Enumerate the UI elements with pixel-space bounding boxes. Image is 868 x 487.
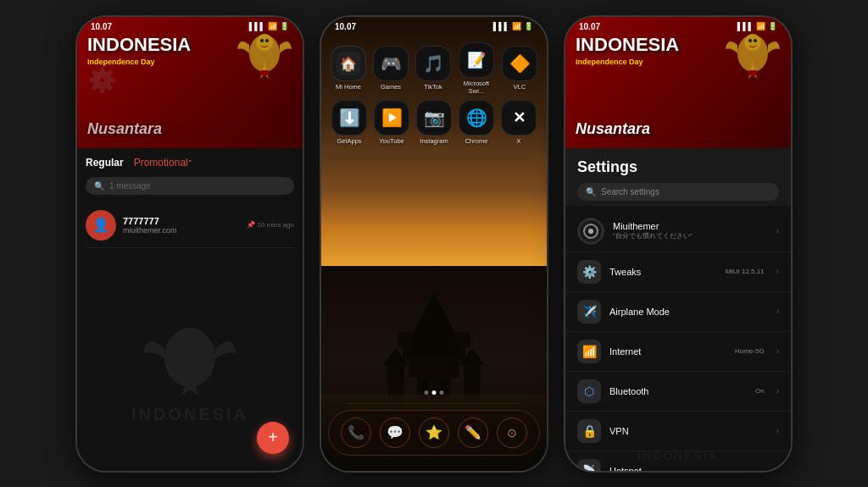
app-chrome[interactable]: 🌐 Chrome <box>459 100 494 145</box>
status-icons-1: ▌▌▌ 📶 🔋 <box>249 22 289 30</box>
settings-item-miuithemer[interactable]: Miuithemer "自分でも慣れてください" › <box>565 211 791 252</box>
svg-point-29 <box>588 229 593 234</box>
app-youtube[interactable]: ▶️ YouTube <box>374 100 409 145</box>
tab-promotional[interactable]: Promotional <box>134 157 192 169</box>
settings-list: Miuithemer "自分でも慣れてください" › ⚙️ Tweaks MIU… <box>565 206 791 471</box>
status-bar-3: 10.07 ▌▌▌ 📶 🔋 <box>565 17 791 33</box>
svg-point-3 <box>265 39 269 42</box>
message-tabs: Regular Promotional <box>86 157 294 169</box>
message-info: 7777777 miuithemer.com <box>123 216 240 235</box>
status-icons-3: ▌▌▌ 📶 🔋 <box>737 22 777 30</box>
svg-text:🏠: 🏠 <box>340 56 357 72</box>
signal-icon: ▌▌▌ <box>249 22 265 30</box>
status-bar-2: 10.07 ▌▌▌ 📶 🔋 <box>321 17 547 33</box>
miuithemer-name: Miuithemer <box>613 221 768 231</box>
phone1-subtitle: Independence Day <box>87 58 155 66</box>
tweaks-text: Tweaks <box>609 267 717 277</box>
svg-point-2 <box>260 39 264 42</box>
message-search[interactable]: 🔍 1 message <box>86 177 294 195</box>
settings-item-airplane[interactable]: ✈️ Airplane Mode › <box>565 292 791 332</box>
vpn-text: VPN <box>609 426 768 436</box>
dock-appvault[interactable]: ⭐ <box>419 418 449 448</box>
wifi-icon-2: 📶 <box>512 22 521 30</box>
app-x[interactable]: ✕ X <box>501 100 537 145</box>
temple-silhouette <box>379 289 489 407</box>
battery-icon-3: 🔋 <box>768 22 777 30</box>
settings-title-bar: Settings 🔍 Search settings <box>565 148 791 206</box>
settings-item-hotspot[interactable]: 📡 Hotspot › <box>565 451 791 471</box>
app-vlc[interactable]: 🔶 VLC <box>502 46 537 91</box>
dock-notes[interactable]: ✏️ <box>458 418 488 448</box>
airplane-icon: ✈️ <box>577 300 601 324</box>
status-time-2: 10.07 <box>335 22 356 31</box>
eagle-icon-3 <box>719 24 787 91</box>
hotspot-text: Hotspot <box>609 466 768 471</box>
svg-point-25 <box>754 39 757 42</box>
phone3-title: INDONESIA <box>576 36 679 54</box>
wifi-icon: 📶 <box>268 22 277 30</box>
status-time-1: 10.07 <box>91 22 112 31</box>
dot-3 <box>440 390 444 395</box>
message-time: 📌 10 mins ago <box>247 221 294 229</box>
hotspot-name: Hotspot <box>609 466 768 471</box>
app-row-2: ⬇️ GetApps ▶️ YouTube 📷 Instagram 🌐 Chro… <box>331 100 537 145</box>
chevron-icon-6: › <box>776 466 779 471</box>
app-games[interactable]: 🎮 Games <box>373 46 409 91</box>
tab-regular[interactable]: Regular <box>86 157 124 169</box>
internet-text: Internet <box>609 346 726 357</box>
chevron-icon-5: › <box>776 426 779 435</box>
svg-point-6 <box>178 329 202 352</box>
indonesia-watermark: INDONESIA <box>77 405 303 424</box>
app-microsoft[interactable]: 📝 Microsoft Swi... <box>458 42 495 95</box>
airplane-text: Airplane Mode <box>609 307 768 317</box>
settings-item-bluetooth[interactable]: ⬡ Bluetooth On › <box>565 372 791 412</box>
app-tiktok[interactable]: 🎵 TikTok <box>415 46 451 91</box>
internet-badge: Home-5G <box>735 347 765 355</box>
app-grid: 🏠 Mi Home 🎮 Games 🎵 TikTok 📝 Microsoft S… <box>321 42 547 145</box>
bluetooth-name: Bluetooth <box>609 386 747 396</box>
app-instagram[interactable]: 📷 Instagram <box>416 100 452 145</box>
chevron-icon-0: › <box>776 226 779 235</box>
phone-messages: 10.07 ▌▌▌ 📶 🔋 INDONESIA Independence Day… <box>75 15 304 473</box>
svg-point-1 <box>256 34 273 51</box>
status-icons-2: ▌▌▌ 📶 🔋 <box>493 22 533 30</box>
status-time-3: 10.07 <box>579 22 600 31</box>
dot-1 <box>425 390 429 395</box>
fab-compose[interactable]: + <box>257 422 289 454</box>
svg-point-5 <box>164 328 215 387</box>
app-getapps[interactable]: ⬇️ GetApps <box>331 100 367 145</box>
dock-phone[interactable]: 📞 <box>341 418 371 448</box>
phone3-subtitle: Independence Day <box>576 58 643 66</box>
bluetooth-text: Bluetooth <box>609 386 747 396</box>
battery-icon: 🔋 <box>280 22 289 30</box>
svg-rect-26 <box>748 70 757 75</box>
settings-body: Settings 🔍 Search settings Miuithemer "自… <box>565 148 791 471</box>
garuda-watermark <box>77 315 303 403</box>
pin-icon: 📌 <box>247 221 255 229</box>
tweaks-name: Tweaks <box>609 267 717 277</box>
phone1-title: INDONESIA <box>87 36 191 54</box>
message-sub: miuithemer.com <box>123 226 240 235</box>
miuithemer-icon <box>577 218 604 245</box>
settings-item-tweaks[interactable]: ⚙️ Tweaks MIUI 12.5.11 › <box>565 252 791 292</box>
bluetooth-badge: On <box>755 387 765 395</box>
settings-item-internet[interactable]: 📶 Internet Home-5G › <box>565 332 791 372</box>
settings-item-vpn[interactable]: 🔒 VPN › <box>565 412 791 451</box>
page-dots <box>425 390 444 395</box>
settings-search-bar[interactable]: 🔍 Search settings <box>577 183 779 201</box>
dock-messages[interactable]: 💬 <box>380 418 410 448</box>
app-dock: 📞 💬 ⭐ ✏️ ⊙ <box>328 410 540 456</box>
app-mihome[interactable]: 🏠 Mi Home <box>331 46 366 91</box>
hotspot-icon: 📡 <box>577 459 601 471</box>
chevron-icon-1: › <box>776 267 779 276</box>
chevron-icon-3: › <box>776 346 779 356</box>
bluetooth-icon: ⬡ <box>577 379 601 403</box>
dock-camera[interactable]: ⊙ <box>497 418 527 448</box>
message-item[interactable]: 👤 7777777 miuithemer.com 📌 10 mins ago <box>86 203 294 248</box>
signal-icon-2: ▌▌▌ <box>493 22 509 30</box>
svg-point-23 <box>744 34 761 51</box>
chevron-icon-2: › <box>776 307 779 316</box>
search-icon-settings: 🔍 <box>586 187 596 196</box>
tweaks-badge: MIUI 12.5.11 <box>726 268 765 275</box>
search-placeholder: 1 message <box>109 181 151 191</box>
